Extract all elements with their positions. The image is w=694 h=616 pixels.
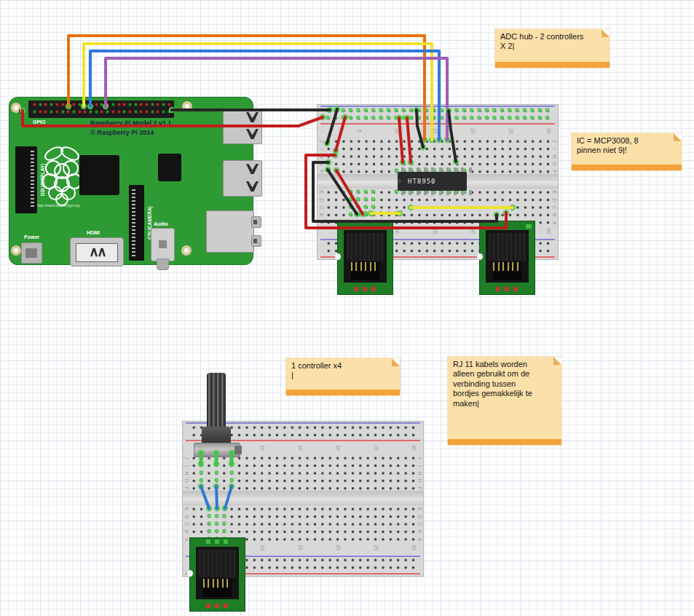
gpio-pin[interactable] <box>100 110 103 114</box>
gpio-pin[interactable] <box>44 103 47 106</box>
gpio-pin[interactable] <box>151 103 154 106</box>
gpio-pin[interactable] <box>50 103 53 106</box>
row-label: I <box>319 149 324 150</box>
ic-pin <box>461 190 464 195</box>
sticky-note-mcp3008[interactable]: IC = MCP3008, 8 pinnen niet 9|! ⋰ <box>572 133 682 170</box>
gpio-pin[interactable] <box>111 110 115 114</box>
note-fold-icon <box>392 358 400 366</box>
potentiometer-shaft[interactable] <box>207 373 226 430</box>
column-label: 25 <box>373 445 378 451</box>
gpio-pin[interactable] <box>111 103 115 106</box>
gpio-pin[interactable] <box>134 110 138 114</box>
note-bar[interactable]: ⋰ <box>495 62 610 68</box>
sticky-note-adc-hub[interactable]: ADC hub - 2 controllers X 2| ⋰ <box>495 29 610 68</box>
gpio-pin[interactable] <box>39 103 42 106</box>
gpio-pin[interactable] <box>55 103 59 106</box>
gpio-pin[interactable] <box>151 110 154 114</box>
note-text[interactable]: ADC hub - 2 controllers X 2| <box>495 29 610 62</box>
secondary-chip[interactable] <box>158 154 181 181</box>
gpio-pin[interactable] <box>167 110 171 114</box>
row-label: E <box>184 508 189 511</box>
gpio-pin[interactable] <box>72 103 76 106</box>
usb-port-bottom[interactable] <box>223 160 262 197</box>
gpio-pin[interactable] <box>78 110 82 114</box>
gpio-pin[interactable] <box>145 110 149 114</box>
gpio-pin[interactable] <box>39 110 42 114</box>
note-text[interactable]: RJ 11 kabels worden alleen gebruikt om d… <box>448 357 561 439</box>
ethernet-port[interactable] <box>206 210 254 253</box>
resize-grip-icon[interactable]: ⋰ <box>556 439 560 445</box>
row-holes-top <box>190 454 417 492</box>
gpio-pin[interactable] <box>122 103 126 106</box>
gpio-pin[interactable] <box>78 103 82 106</box>
gpio-pin[interactable] <box>100 103 103 106</box>
note-text[interactable]: 1 controller x4 | <box>286 358 400 390</box>
gpio-pin[interactable] <box>128 103 132 106</box>
note-bar[interactable]: ⋰ <box>448 439 561 445</box>
gpio-pin[interactable] <box>95 110 98 114</box>
audio-jack[interactable] <box>151 228 175 261</box>
gpio-pin[interactable] <box>106 110 109 114</box>
resize-grip-icon[interactable]: ⋰ <box>394 390 398 395</box>
row-label: B <box>319 213 324 217</box>
gpio-pin[interactable] <box>61 110 65 114</box>
power-connector[interactable] <box>21 242 42 264</box>
resize-grip-icon[interactable]: ⋰ <box>676 165 680 170</box>
gpio-pin[interactable] <box>95 103 98 106</box>
gpio-pin[interactable] <box>156 103 159 106</box>
row-label: A <box>184 537 189 541</box>
gpio-pin[interactable] <box>50 110 53 114</box>
gpio-pin[interactable] <box>66 110 70 114</box>
blue-jumper-2[interactable] <box>216 486 217 508</box>
gpio-pin[interactable] <box>44 110 47 114</box>
gpio-pin[interactable] <box>117 110 121 114</box>
gpio-pin[interactable] <box>61 103 65 106</box>
gpio-pin[interactable] <box>72 110 76 114</box>
csi-connector[interactable] <box>129 185 144 261</box>
solder-pad-red <box>496 287 500 291</box>
column-label: 30 <box>411 545 416 550</box>
rj11-gold-pins <box>493 262 521 271</box>
gpio-pin[interactable] <box>128 110 132 114</box>
audio-barrel <box>157 258 169 270</box>
column-label: 30 <box>545 228 551 234</box>
column-label: 30 <box>545 128 551 134</box>
ic-pin <box>401 190 404 195</box>
power-label: Power <box>24 234 39 240</box>
gpio-pin[interactable] <box>162 103 165 106</box>
column-label: 20 <box>470 128 475 134</box>
soc-chip[interactable] <box>79 155 119 195</box>
ic-chip[interactable]: HT8950 <box>398 172 467 191</box>
gpio-pin[interactable] <box>33 103 36 106</box>
note-text[interactable]: IC = MCP3008, 8 pinnen niet 9|! <box>572 133 682 165</box>
gpio-pin[interactable] <box>33 110 36 114</box>
gpio-pin[interactable] <box>139 110 143 114</box>
column-label: 15 <box>297 545 302 550</box>
gpio-pin[interactable] <box>55 110 59 114</box>
sticky-note-rj11[interactable]: RJ 11 kabels worden alleen gebruikt om d… <box>448 357 561 445</box>
gpio-pin[interactable] <box>89 110 92 114</box>
solder-pad-red <box>513 287 518 291</box>
gpio-pin[interactable] <box>139 103 143 106</box>
gpio-pin[interactable] <box>162 110 165 114</box>
dsi-connector[interactable] <box>15 146 37 213</box>
note-bar[interactable]: ⋰ <box>572 165 682 170</box>
gpio-header[interactable] <box>28 100 174 118</box>
ic-label: HT8950 <box>408 178 436 185</box>
gpio-pin[interactable] <box>156 110 159 114</box>
resize-grip-icon[interactable]: ⋰ <box>604 62 608 68</box>
pcb-notch <box>477 253 483 260</box>
sticky-note-controller[interactable]: 1 controller x4 | ⋰ <box>286 358 400 395</box>
rj11-breakout-board[interactable] <box>189 537 245 612</box>
gpio-pin[interactable] <box>145 103 149 106</box>
column-label: 25 <box>508 128 513 134</box>
gpio-pin[interactable] <box>134 103 138 106</box>
rj11-breakout-board[interactable] <box>337 221 393 295</box>
note-bar[interactable]: ⋰ <box>286 390 400 395</box>
hdmi-port[interactable]: ∧∧ <box>70 237 124 266</box>
rj11-breakout-board[interactable] <box>479 221 535 295</box>
gpio-pin[interactable] <box>167 103 171 106</box>
gpio-pin[interactable] <box>83 110 87 114</box>
gpio-pin[interactable] <box>122 110 126 114</box>
gpio-pin[interactable] <box>117 103 121 106</box>
